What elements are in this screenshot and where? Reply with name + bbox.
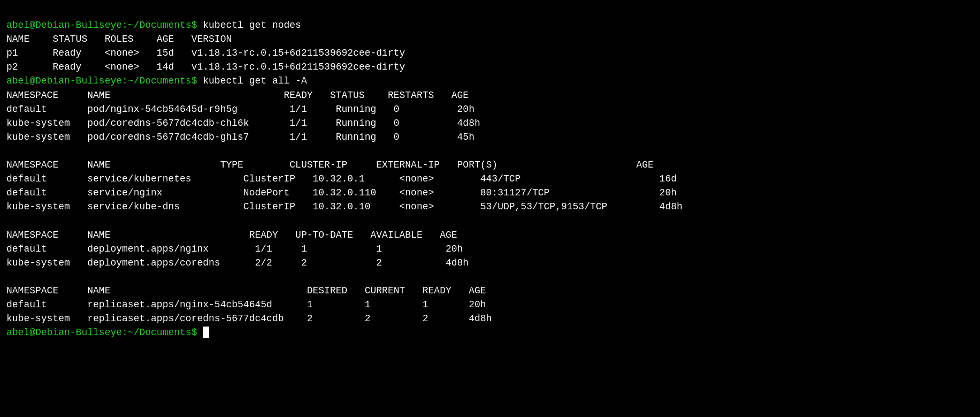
svc-header: NAMESPACE NAME TYPE CLUSTER-IP EXTERNAL-… [6,160,654,170]
rs-row-2: kube-system replicaset.apps/coredns-5677… [6,313,492,324]
svc-row-3: kube-system service/kube-dns ClusterIP 1… [6,201,683,212]
deploy-row-2: kube-system deployment.apps/coredns 2/2 … [6,257,469,268]
pod-row-1: default pod/nginx-54cb54645d-r9h5g 1/1 R… [6,104,474,115]
nodes-header: NAME STATUS ROLES AGE VERSION [6,34,232,44]
pods-header: NAMESPACE NAME READY STATUS RESTARTS AGE [6,90,469,101]
deploy-row-1: default deployment.apps/nginx 1/1 1 1 20… [6,244,463,254]
pod-row-2: kube-system pod/coredns-5677dc4cdb-chl6k… [6,118,480,128]
terminal-cursor [203,327,209,338]
cmd1-command: kubectl get nodes [203,20,301,31]
rs-row-1: default replicaset.apps/nginx-54cb54645d… [6,299,486,310]
terminal-window: abel@Debian-Bullseye:~/Documents$ kubect… [6,4,974,339]
rs-header: NAMESPACE NAME DESIRED CURRENT READY AGE [6,285,486,296]
node-p1: p1 Ready <none> 15d v1.18.13-rc.0.15+6d2… [6,48,405,58]
node-p2: p2 Ready <none> 14d v1.18.13-rc.0.15+6d2… [6,62,405,72]
pod-row-3: kube-system pod/coredns-5677dc4cdb-ghls7… [6,132,474,142]
cmd3-prompt: abel@Debian-Bullseye:~/Documents$ [6,327,203,338]
svc-row-2: default service/nginx NodePort 10.32.0.1… [6,187,677,198]
cmd1-prompt: abel@Debian-Bullseye:~/Documents$ [6,20,203,31]
cmd2-prompt: abel@Debian-Bullseye:~/Documents$ [6,75,203,86]
svc-row-1: default service/kubernetes ClusterIP 10.… [6,173,677,184]
cmd2-command: kubectl get all -A [203,75,307,86]
deploy-header: NAMESPACE NAME READY UP-TO-DATE AVAILABL… [6,230,457,240]
